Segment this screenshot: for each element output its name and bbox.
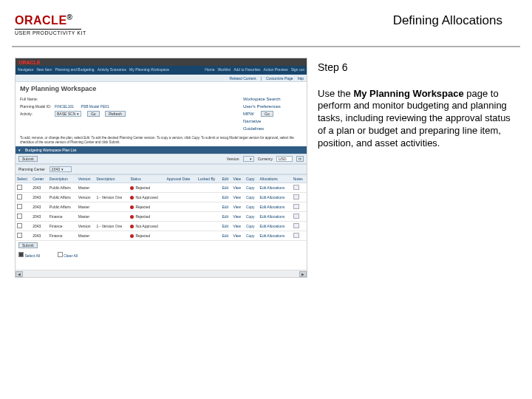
link-user-pref[interactable]: User's Preferences — [243, 104, 281, 109]
pc-select[interactable]: 2043▾ — [50, 166, 72, 172]
cell-version: Master — [77, 212, 95, 222]
alloc-link[interactable]: Edit Allocations — [260, 224, 285, 228]
copy-link[interactable]: Copy — [246, 214, 255, 219]
checkbox-icon[interactable] — [58, 252, 63, 257]
col-lock: Locked By — [197, 175, 221, 183]
workspace-title: My Planning Workspace — [16, 82, 307, 94]
customize-link[interactable]: Customize Page — [266, 76, 293, 81]
nav-item[interactable]: New Item — [36, 67, 52, 73]
link-ws-search[interactable]: Workspace Search — [243, 97, 281, 101]
scroll-right-icon[interactable]: ▶ — [299, 271, 307, 277]
notes-icon[interactable] — [293, 214, 299, 219]
alloc-link[interactable]: Edit Allocations — [260, 214, 285, 219]
alloc-link[interactable]: Edit Allocations — [260, 205, 285, 209]
row-checkbox[interactable] — [17, 194, 22, 200]
row-checkbox[interactable] — [17, 233, 22, 238]
edit-link[interactable]: Edit — [222, 195, 228, 200]
edit-link[interactable]: Edit — [222, 233, 228, 238]
edit-link[interactable]: Edit — [222, 185, 228, 190]
alloc-link[interactable]: Edit Allocations — [260, 185, 285, 190]
scroll-left-icon[interactable]: ◀ — [16, 271, 23, 277]
alloc-link[interactable]: Edit Allocations — [260, 195, 285, 200]
row-checkbox[interactable] — [17, 204, 22, 209]
nav-item[interactable]: Navigator — [18, 67, 33, 73]
activity-select[interactable]: BASE SCN▾ — [55, 111, 81, 117]
cell-version: Master — [77, 202, 95, 212]
field-value: FINCEL101 — [55, 104, 74, 109]
currency-input[interactable]: USD — [276, 156, 293, 162]
cell-desc: Finance — [48, 231, 77, 241]
brand-logo: ORACLE — [15, 14, 67, 27]
collapse-icon[interactable]: ▾ — [18, 148, 21, 152]
select-all[interactable]: Select All — [24, 253, 40, 258]
cell-desc: Public Affairs — [48, 193, 77, 202]
form-area: Full Name: Planning Model ID:FINCEL101 P… — [16, 94, 307, 135]
cell-center: 2043 — [31, 231, 48, 241]
view-link[interactable]: View — [233, 224, 241, 228]
clear-all[interactable]: Clear All — [64, 253, 78, 258]
nav-home[interactable]: Home — [205, 67, 214, 73]
nav-item[interactable]: Activity Scenarios — [98, 67, 126, 73]
view-link[interactable]: View — [233, 233, 241, 238]
notes-icon[interactable] — [293, 223, 299, 228]
view-link[interactable]: View — [233, 195, 241, 200]
cell-status: Rejected — [129, 231, 165, 241]
instruction-note: To add, remove, or change the plan, sele… — [16, 135, 307, 146]
refresh-icon[interactable]: ⟳ — [296, 156, 304, 162]
notes-icon[interactable] — [293, 233, 299, 238]
row-checkbox[interactable] — [17, 214, 22, 219]
app-primary-nav: Navigator New Item Planning and Budgetin… — [16, 66, 307, 75]
go-icon-button[interactable]: Go — [261, 111, 273, 117]
go-button[interactable]: Go — [87, 111, 100, 117]
edit-link[interactable]: Edit — [222, 214, 228, 219]
step-text: Use the My Planning Workspace page to pe… — [318, 88, 520, 150]
table-row: 2043FinanceVersion1 - Version OneNot App… — [16, 222, 307, 231]
view-link[interactable]: View — [233, 205, 241, 209]
submit-button[interactable]: Submit — [18, 156, 38, 162]
status-dot-icon — [130, 215, 134, 219]
filter-bar: Submit Version ▾ Currency USD ⟳ — [16, 154, 307, 164]
table-row: 2043FinanceMasterRejectedEditViewCopyEdi… — [16, 212, 307, 222]
copy-link[interactable]: Copy — [246, 195, 255, 200]
notes-icon[interactable] — [293, 185, 299, 190]
link-mpw[interactable]: MPW — [243, 112, 254, 116]
refresh-button[interactable]: Refresh — [105, 111, 126, 117]
http-link[interactable]: http — [298, 76, 304, 81]
cell-status: Rejected — [129, 202, 165, 212]
currency-label: Currency — [258, 157, 273, 161]
cell-status: Not Approved — [129, 222, 165, 231]
alloc-link[interactable]: Edit Allocations — [260, 233, 285, 238]
version-select[interactable]: ▾ — [243, 156, 254, 162]
nav-fav[interactable]: Add to Favorites — [233, 67, 260, 73]
row-checkbox[interactable] — [17, 223, 22, 228]
horizontal-scrollbar[interactable]: ◀ ▶ — [16, 270, 307, 277]
row-checkbox[interactable] — [17, 185, 22, 190]
col-copy: Copy — [245, 175, 259, 183]
copy-link[interactable]: Copy — [246, 205, 255, 209]
nav-signout[interactable]: Sign out — [291, 67, 304, 73]
brand-subtitle: USER PRODUCTIVITY KIT — [15, 30, 86, 35]
nav-action[interactable]: Action Preview — [264, 67, 288, 73]
link-guidelines[interactable]: Guidelines — [243, 126, 264, 131]
nav-item[interactable]: Planning and Budgeting — [55, 67, 95, 73]
copy-link[interactable]: Copy — [246, 233, 255, 238]
cell-center: 2043 — [31, 212, 48, 222]
edit-link[interactable]: Edit — [222, 205, 228, 209]
copy-link[interactable]: Copy — [246, 224, 255, 228]
view-link[interactable]: View — [233, 214, 241, 219]
copy-link[interactable]: Copy — [246, 185, 255, 190]
planning-center-label: Planning Center — [18, 167, 45, 171]
notes-icon[interactable] — [293, 194, 299, 200]
submit-button-2[interactable]: Submit — [18, 242, 38, 248]
checkbox-icon[interactable] — [18, 252, 24, 257]
cell-version: Master — [77, 231, 95, 241]
cell-version-desc — [95, 212, 129, 222]
view-link[interactable]: View — [233, 185, 241, 190]
link-narrative[interactable]: Narrative — [243, 119, 261, 123]
edit-link[interactable]: Edit — [222, 224, 228, 228]
notes-icon[interactable] — [293, 204, 299, 209]
related-link[interactable]: Related Content — [230, 76, 256, 81]
cell-desc: Finance — [48, 212, 77, 222]
nav-item[interactable]: My Planning Workspace — [129, 67, 169, 73]
nav-worklist[interactable]: Worklist — [217, 67, 231, 73]
